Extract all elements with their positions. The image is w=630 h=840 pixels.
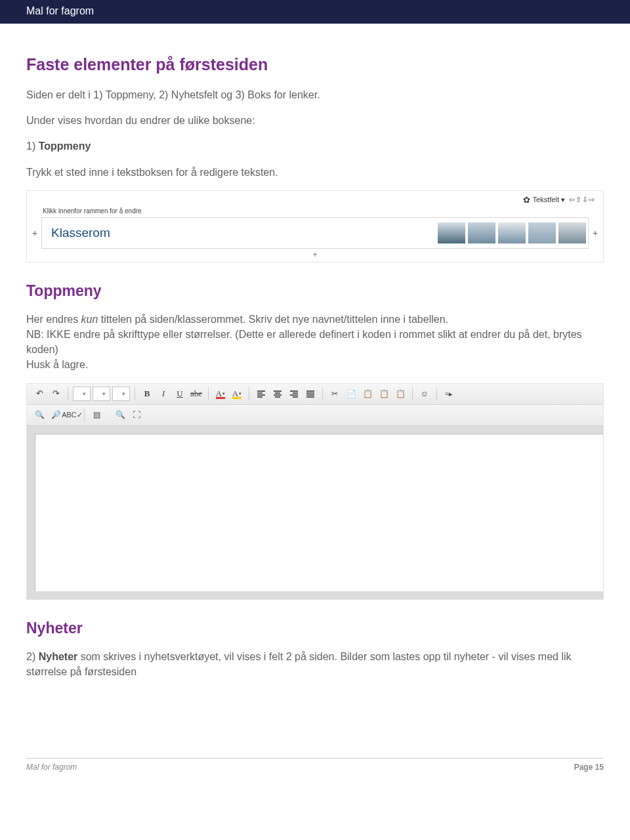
emoji-icon[interactable]: ☺ <box>417 387 432 401</box>
move-arrows-icon[interactable]: ⇦⇧⇩⇨ <box>569 196 595 204</box>
para: Under vises hvordan du endrer de ulike b… <box>26 113 604 128</box>
highlight-button[interactable]: A▾ <box>230 387 244 401</box>
page-header: Mal for fagrom <box>0 0 630 24</box>
toolbar-row-2: 🔍 🔎 ABC✓ ▤ 🔍 ⛶ <box>27 405 603 426</box>
format-select[interactable]: ▾ <box>73 387 91 401</box>
heading-faste: Faste elementer på førstesiden <box>26 55 604 74</box>
separator <box>208 387 209 400</box>
separator <box>84 408 85 421</box>
text: NB: IKKE endre på skrifttype eller størr… <box>26 329 582 355</box>
align-justify-button[interactable] <box>303 387 318 401</box>
para: 1) Toppmeny <box>26 138 604 154</box>
thumbnail <box>497 222 526 244</box>
separator <box>412 387 413 400</box>
editor-canvas[interactable] <box>35 434 603 591</box>
separator <box>436 387 437 400</box>
text: 2) <box>26 651 39 662</box>
underline-button[interactable]: U <box>173 387 187 401</box>
screenshot-tekstfelt: ✿ Tekstfelt ▾ ⇦⇧⇩⇨ Klikk innenfor rammen… <box>26 190 604 262</box>
chevron-down-icon: ▾ <box>239 391 242 396</box>
chevron-down-icon: ▾ <box>102 390 106 397</box>
separator <box>135 387 135 400</box>
text-bold: Nyheter <box>39 651 78 662</box>
font-size-select[interactable]: ▾ <box>112 387 130 401</box>
klasserom-box[interactable]: Klasserom <box>41 217 589 249</box>
widget-top-bar: ✿ Tekstfelt ▾ ⇦⇧⇩⇨ <box>31 194 599 206</box>
replace-icon[interactable]: 🔎 <box>49 408 63 422</box>
more-icon[interactable]: ≡▸ <box>442 387 456 401</box>
separator <box>249 387 249 400</box>
thumbnail <box>437 222 466 244</box>
separator <box>322 387 323 400</box>
text: Husk å lagre. <box>26 359 88 370</box>
heading-toppmeny: Toppmeny <box>26 282 604 300</box>
bold-button[interactable]: B <box>140 387 154 401</box>
find-icon[interactable]: 🔍 <box>32 408 47 422</box>
chevron-down-icon: ▾ <box>83 390 86 397</box>
thumbnail <box>558 222 587 244</box>
footer-page: Page 15 <box>574 763 604 772</box>
source-icon[interactable]: ▤ <box>89 408 104 422</box>
separator <box>68 387 68 400</box>
thumbnail <box>528 222 556 244</box>
font-family-select[interactable]: ▾ <box>93 387 110 401</box>
tekstfelt-label[interactable]: Tekstfelt ▾ <box>533 196 565 204</box>
screenshot-editor: ↶ ↷ ▾ ▾ ▾ B I U abe A▾ A▾ ✂ 📄 📋 📋 📋 <box>26 383 604 600</box>
thumbnail-row <box>437 222 587 244</box>
text-italic: kun <box>81 314 98 325</box>
redo-icon[interactable]: ↷ <box>49 387 63 401</box>
chevron-down-icon: ▾ <box>122 390 125 397</box>
footer-left: Mal for fagrom <box>26 763 77 772</box>
hint-text: Klikk innenfor rammen for å endre <box>31 206 599 217</box>
copy-icon[interactable]: 📄 <box>344 387 358 401</box>
content: Faste elementer på førstesiden Siden er … <box>0 24 630 679</box>
chevron-down-icon: ▾ <box>222 391 225 396</box>
klasserom-title: Klasserom <box>51 226 110 240</box>
preview-icon[interactable]: 🔍 <box>113 408 127 422</box>
strike-button[interactable]: abe <box>189 387 203 401</box>
editor-canvas-wrap <box>27 426 603 599</box>
text-color-button[interactable]: A▾ <box>213 387 228 401</box>
align-center-button[interactable] <box>270 387 285 401</box>
add-left-icon[interactable]: + <box>31 228 39 238</box>
add-right-icon[interactable]: + <box>591 228 599 238</box>
toolbar-row-1: ↶ ↷ ▾ ▾ ▾ B I U abe A▾ A▾ ✂ 📄 📋 📋 📋 <box>27 384 603 405</box>
paste-word-icon[interactable]: 📋 <box>393 387 408 401</box>
text: tittelen på siden/klasserommet. Skriv de… <box>98 314 448 325</box>
cut-icon[interactable]: ✂ <box>327 387 342 401</box>
gear-icon[interactable]: ✿ <box>523 195 530 205</box>
header-title: Mal for fagrom <box>26 5 94 16</box>
para: Siden er delt i 1) Toppmeny, 2) Nyhetsfe… <box>26 87 604 102</box>
para: 2) Nyheter som skrives i nyhetsverktøyet… <box>26 649 604 679</box>
fullscreen-icon[interactable]: ⛶ <box>129 408 144 422</box>
heading-nyheter: Nyheter <box>26 620 604 637</box>
undo-icon[interactable]: ↶ <box>32 387 47 401</box>
page-footer: Mal for fagrom Page 15 <box>0 763 630 784</box>
align-left-button[interactable] <box>254 387 268 401</box>
text: 1) <box>26 140 39 152</box>
para: Her endres kun tittelen på siden/klasser… <box>26 312 604 373</box>
text: Her endres <box>26 314 81 325</box>
align-right-button[interactable] <box>287 387 301 401</box>
footer-rule <box>26 758 604 759</box>
paste-icon[interactable]: 📋 <box>360 387 375 401</box>
para: Trykk et sted inne i tekstboksen for å r… <box>26 165 604 180</box>
italic-button[interactable]: I <box>156 387 171 401</box>
spellcheck-icon[interactable]: ABC✓ <box>65 408 79 422</box>
paste-text-icon[interactable]: 📋 <box>377 387 391 401</box>
thumbnail <box>467 222 496 244</box>
text-bold: Toppmeny <box>39 140 91 152</box>
text: som skrives i nyhetsverktøyet, vil vises… <box>26 651 572 677</box>
add-bottom-icon[interactable]: + <box>31 249 599 259</box>
